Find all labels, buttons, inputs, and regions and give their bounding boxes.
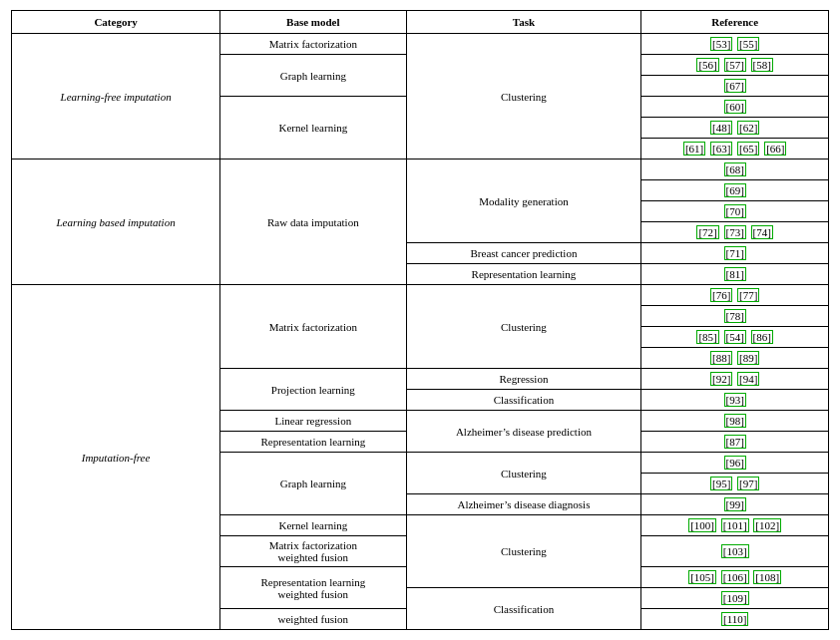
- category-cell: Learning based imputation: [12, 160, 220, 285]
- reference-link[interactable]: [101]: [721, 518, 749, 532]
- task-cell: Modality generation: [406, 160, 641, 243]
- reference-link[interactable]: [103]: [721, 544, 749, 558]
- reference-link[interactable]: [57]: [724, 58, 746, 72]
- reference-cell: [60]: [641, 97, 829, 118]
- header-base-model: Base model: [220, 11, 406, 34]
- task-cell: Clustering: [406, 453, 641, 494]
- reference-link[interactable]: [108]: [753, 570, 781, 584]
- reference-link[interactable]: [65]: [737, 142, 759, 156]
- base-model-cell: Matrix factorization: [220, 285, 406, 369]
- reference-link[interactable]: [89]: [737, 351, 759, 365]
- reference-link[interactable]: [85]: [696, 330, 718, 344]
- reference-link[interactable]: [70]: [724, 204, 746, 218]
- reference-link[interactable]: [76]: [710, 288, 732, 302]
- category-cell: Imputation-free: [12, 285, 220, 630]
- reference-link[interactable]: [71]: [724, 246, 746, 260]
- reference-link[interactable]: [81]: [724, 267, 746, 281]
- base-model-cell: weighted fusion: [220, 609, 406, 630]
- reference-link[interactable]: [96]: [724, 456, 746, 470]
- reference-link[interactable]: [106]: [721, 570, 749, 584]
- reference-cell: [110]: [641, 609, 829, 630]
- reference-cell: [95] [97]: [641, 474, 829, 494]
- reference-cell: [69]: [641, 180, 829, 201]
- reference-link[interactable]: [58]: [751, 58, 773, 72]
- reference-link[interactable]: [77]: [737, 288, 759, 302]
- reference-cell: [92] [94]: [641, 369, 829, 390]
- reference-link[interactable]: [54]: [724, 330, 746, 344]
- reference-cell: [109]: [641, 588, 829, 609]
- reference-link[interactable]: [97]: [737, 477, 759, 490]
- reference-cell: [61] [63] [65] [66]: [641, 139, 829, 160]
- reference-cell: [98]: [641, 411, 829, 432]
- task-cell: Alzheimer’s disease diagnosis: [406, 494, 641, 515]
- reference-link[interactable]: [105]: [688, 570, 716, 584]
- reference-link[interactable]: [55]: [737, 37, 759, 51]
- reference-link[interactable]: [109]: [721, 591, 749, 605]
- reference-cell: [85] [54] [86]: [641, 327, 829, 348]
- table-row: Learning based imputationRaw data imputa…: [12, 160, 829, 180]
- reference-link[interactable]: [102]: [753, 518, 781, 532]
- base-model-cell: Kernel learning: [220, 515, 406, 536]
- reference-link[interactable]: [94]: [737, 372, 759, 386]
- reference-link[interactable]: [69]: [724, 183, 746, 197]
- task-cell: Regression: [406, 369, 641, 390]
- category-cell: Learning-free imputation: [12, 34, 220, 160]
- task-cell: Classification: [406, 588, 641, 630]
- reference-cell: [78]: [641, 306, 829, 327]
- base-model-cell: Raw data imputation: [220, 160, 406, 285]
- task-cell: Clustering: [406, 515, 641, 588]
- table-row: Learning-free imputationMatrix factoriza…: [12, 34, 829, 55]
- reference-link[interactable]: [63]: [710, 142, 732, 156]
- reference-cell: [81]: [641, 264, 829, 285]
- reference-cell: [53] [55]: [641, 34, 829, 55]
- reference-link[interactable]: [61]: [683, 142, 705, 156]
- reference-link[interactable]: [86]: [751, 330, 773, 344]
- reference-cell: [100] [101] [102]: [641, 515, 829, 536]
- task-cell: Breast cancer prediction: [406, 243, 641, 264]
- reference-link[interactable]: [99]: [724, 497, 746, 511]
- reference-cell: [67]: [641, 76, 829, 97]
- header-category: Category: [12, 11, 220, 34]
- header-reference: Reference: [641, 11, 829, 34]
- reference-link[interactable]: [67]: [724, 79, 746, 93]
- reference-link[interactable]: [74]: [751, 225, 773, 239]
- task-cell: Clustering: [406, 285, 641, 369]
- reference-cell: [96]: [641, 453, 829, 474]
- reference-cell: [87]: [641, 432, 829, 453]
- base-model-cell: Representation learning: [220, 432, 406, 453]
- reference-link[interactable]: [48]: [710, 121, 732, 135]
- reference-link[interactable]: [93]: [724, 393, 746, 407]
- reference-link[interactable]: [100]: [688, 518, 716, 532]
- reference-link[interactable]: [92]: [710, 372, 732, 386]
- task-cell: Clustering: [406, 34, 641, 160]
- reference-link[interactable]: [66]: [764, 142, 786, 156]
- reference-link[interactable]: [73]: [724, 225, 746, 239]
- reference-cell: [99]: [641, 494, 829, 515]
- reference-link[interactable]: [88]: [710, 351, 732, 365]
- table-row: Imputation-freeMatrix factorizationClust…: [12, 285, 829, 306]
- reference-link[interactable]: [87]: [724, 435, 746, 449]
- base-model-cell: Linear regression: [220, 411, 406, 432]
- base-model-cell: Graph learning: [220, 453, 406, 515]
- reference-cell: [103]: [641, 536, 829, 567]
- reference-cell: [76] [77]: [641, 285, 829, 306]
- reference-link[interactable]: [68]: [724, 162, 746, 176]
- base-model-cell: Projection learning: [220, 369, 406, 411]
- header-task: Task: [406, 11, 641, 34]
- main-table: Category Base model Task Reference Learn…: [11, 10, 829, 630]
- reference-link[interactable]: [72]: [696, 225, 718, 239]
- reference-link[interactable]: [98]: [724, 414, 746, 428]
- reference-cell: [56] [57] [58]: [641, 55, 829, 76]
- reference-link[interactable]: [62]: [737, 121, 759, 135]
- reference-link[interactable]: [53]: [710, 37, 732, 51]
- reference-link[interactable]: [56]: [696, 58, 718, 72]
- base-model-cell: Kernel learning: [220, 97, 406, 160]
- reference-cell: [88] [89]: [641, 348, 829, 369]
- reference-link[interactable]: [78]: [724, 309, 746, 323]
- reference-cell: [71]: [641, 243, 829, 264]
- reference-link[interactable]: [110]: [721, 612, 748, 626]
- base-model-cell: Representation learningweighted fusion: [220, 567, 406, 609]
- reference-cell: [68]: [641, 160, 829, 180]
- reference-link[interactable]: [95]: [710, 477, 732, 490]
- reference-link[interactable]: [60]: [724, 100, 746, 114]
